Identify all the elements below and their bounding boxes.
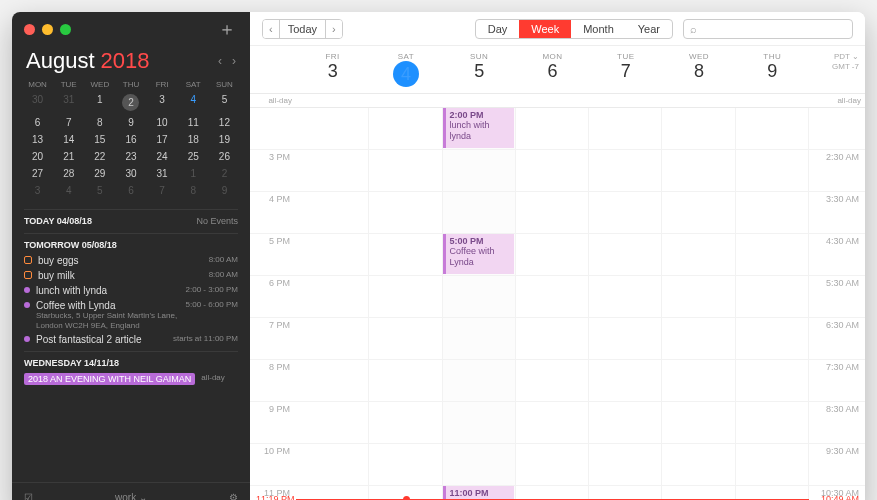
grid-cell[interactable] [662, 486, 735, 500]
mini-day[interactable]: 26 [209, 148, 240, 165]
grid-cell[interactable] [516, 234, 589, 276]
mini-day[interactable]: 31 [53, 91, 84, 114]
mini-day[interactable]: 31 [147, 165, 178, 182]
grid-cell[interactable] [736, 486, 809, 500]
grid-cell[interactable] [296, 108, 369, 150]
grid-cell[interactable] [369, 444, 442, 486]
view-month[interactable]: Month [571, 20, 626, 38]
day-column-header[interactable]: MON6 [516, 46, 589, 93]
prev-period-button[interactable]: ‹ [263, 20, 280, 38]
mini-day[interactable]: 4 [53, 182, 84, 199]
mini-day[interactable]: 7 [53, 114, 84, 131]
add-button[interactable]: ＋ [216, 18, 238, 40]
grid-cell[interactable] [589, 192, 662, 234]
grid-cell[interactable] [296, 192, 369, 234]
grid-cell[interactable] [662, 108, 735, 150]
mini-day[interactable]: 21 [53, 148, 84, 165]
mini-day[interactable]: 24 [147, 148, 178, 165]
mini-day[interactable]: 19 [209, 131, 240, 148]
grid-cell[interactable] [296, 150, 369, 192]
day-column-header[interactable]: SAT4 [369, 46, 442, 93]
grid-cell[interactable] [662, 360, 735, 402]
grid-cell[interactable] [662, 234, 735, 276]
mini-day[interactable]: 20 [22, 148, 53, 165]
agenda-event[interactable]: Coffee with LyndaStarbucks, 5 Upper Sain… [24, 298, 238, 332]
timezone-picker[interactable]: PDT ⌄GMT -7 [809, 46, 865, 93]
grid-cell[interactable] [662, 444, 735, 486]
mini-day[interactable]: 16 [115, 131, 146, 148]
grid-cell[interactable] [736, 150, 809, 192]
mini-day[interactable]: 27 [22, 165, 53, 182]
grid-cell[interactable] [736, 234, 809, 276]
close-icon[interactable] [24, 24, 35, 35]
mini-day[interactable]: 30 [115, 165, 146, 182]
grid-cell[interactable] [736, 276, 809, 318]
day-column-header[interactable]: WED8 [662, 46, 735, 93]
mini-day[interactable]: 2 [115, 91, 146, 114]
mini-day[interactable]: 9 [209, 182, 240, 199]
minimize-icon[interactable] [42, 24, 53, 35]
grid-cell[interactable] [369, 234, 442, 276]
grid-cell[interactable] [516, 108, 589, 150]
mini-day[interactable]: 8 [84, 114, 115, 131]
settings-icon[interactable]: ⚙︎ [229, 492, 238, 500]
grid-cell[interactable] [662, 402, 735, 444]
mini-day[interactable]: 2 [209, 165, 240, 182]
mini-day[interactable]: 7 [147, 182, 178, 199]
grid-cell[interactable] [736, 360, 809, 402]
mini-day[interactable]: 6 [22, 114, 53, 131]
next-month-button[interactable]: › [232, 54, 236, 68]
mini-day[interactable]: 12 [209, 114, 240, 131]
grid-cell[interactable] [589, 276, 662, 318]
mini-day[interactable]: 5 [84, 182, 115, 199]
grid-cell[interactable] [736, 108, 809, 150]
grid-cell[interactable] [589, 486, 662, 500]
tasks-icon[interactable]: ☑︎ [24, 492, 33, 500]
grid-cell[interactable] [369, 318, 442, 360]
mini-day[interactable]: 28 [53, 165, 84, 182]
grid-cell[interactable] [443, 150, 516, 192]
next-period-button[interactable]: › [326, 20, 342, 38]
mini-day[interactable]: 22 [84, 148, 115, 165]
agenda-event[interactable]: Post fantastical 2 articlestarts at 11:0… [24, 332, 238, 347]
grid-cell[interactable] [443, 192, 516, 234]
mini-day[interactable]: 8 [178, 182, 209, 199]
grid-cell[interactable] [296, 276, 369, 318]
mini-day[interactable]: 18 [178, 131, 209, 148]
grid-cell[interactable] [736, 402, 809, 444]
calendar-event[interactable]: 2:00 PMlunch with lynda [443, 108, 514, 148]
grid-cell[interactable] [736, 318, 809, 360]
grid-cell[interactable] [296, 318, 369, 360]
calendar-event[interactable]: 11:00 PMPost fantastical 2 article [443, 486, 514, 500]
grid-cell[interactable] [516, 360, 589, 402]
zoom-icon[interactable] [60, 24, 71, 35]
grid-cell[interactable] [516, 192, 589, 234]
grid-cell[interactable] [443, 444, 516, 486]
mini-day[interactable]: 10 [147, 114, 178, 131]
grid-cell[interactable] [369, 360, 442, 402]
mini-calendar[interactable]: MONTUEWEDTHUFRISATSUN 303112345678910111… [12, 78, 250, 207]
mini-day[interactable]: 13 [22, 131, 53, 148]
grid-cell[interactable] [369, 192, 442, 234]
mini-day[interactable]: 14 [53, 131, 84, 148]
grid-cell[interactable] [662, 318, 735, 360]
mini-day[interactable]: 1 [178, 165, 209, 182]
mini-day[interactable]: 17 [147, 131, 178, 148]
grid-cell[interactable] [443, 318, 516, 360]
view-year[interactable]: Year [626, 20, 672, 38]
grid-cell[interactable] [369, 276, 442, 318]
grid-cell[interactable] [516, 276, 589, 318]
mini-day[interactable]: 3 [22, 182, 53, 199]
mini-day[interactable]: 9 [115, 114, 146, 131]
agenda-event[interactable]: buy milk8:00 AM [24, 268, 238, 283]
grid-cell[interactable] [589, 402, 662, 444]
mini-day[interactable]: 11 [178, 114, 209, 131]
week-grid[interactable]: 3 PM2:30 AM4 PM3:30 AM5 PM4:30 AM6 PM5:3… [250, 108, 865, 500]
day-column-header[interactable]: TUE7 [589, 46, 662, 93]
view-day[interactable]: Day [476, 20, 520, 38]
calendar-event[interactable]: 5:00 PMCoffee with Lynda [443, 234, 514, 274]
view-week[interactable]: Week [519, 20, 571, 38]
grid-cell[interactable] [296, 360, 369, 402]
grid-cell[interactable] [443, 276, 516, 318]
mini-day[interactable]: 3 [147, 91, 178, 114]
